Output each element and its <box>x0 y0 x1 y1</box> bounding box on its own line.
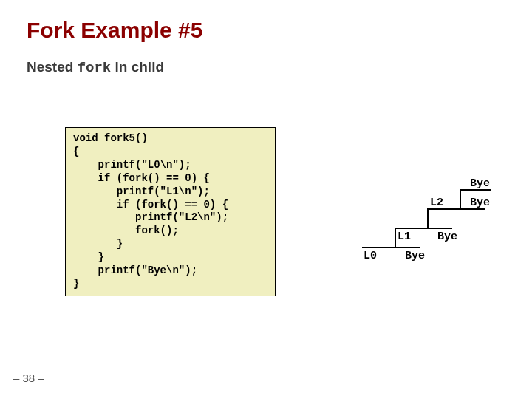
subtitle-code: fork <box>78 60 112 76</box>
page-number: – 38 – <box>13 372 44 384</box>
label-bye0: Bye <box>405 250 425 262</box>
label-bye1: Bye <box>437 231 457 243</box>
code-block: void fork5() { printf("L0\n"); if (fork(… <box>65 127 276 296</box>
label-l2: L2 <box>430 197 443 209</box>
subtitle-prefix: Nested <box>27 59 78 75</box>
label-l1: L1 <box>398 231 411 243</box>
subtitle-suffix: in child <box>111 59 164 75</box>
slide: Fork Example #5 Nested fork in child voi… <box>0 0 532 399</box>
label-bye2: Bye <box>470 197 490 209</box>
slide-title: Fork Example #5 <box>27 18 505 43</box>
label-l0: L0 <box>364 250 377 262</box>
slide-subtitle: Nested fork in child <box>27 59 505 76</box>
label-bye3: Bye <box>470 177 490 190</box>
